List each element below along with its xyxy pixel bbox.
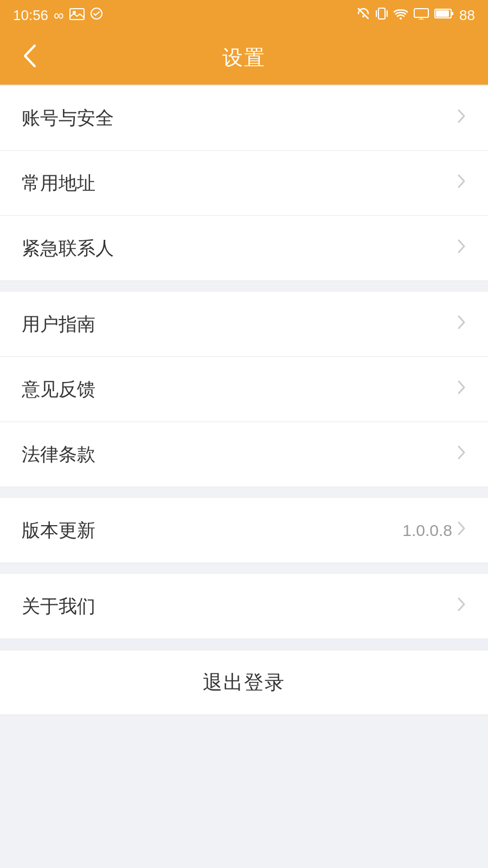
signal-off-icon (356, 7, 370, 24)
settings-list: 账号与安全 常用地址 紧急联系人 用户指南 意见反馈 法律条款 版本更新1.0.… (0, 86, 488, 639)
settings-item-label-account-security: 账号与安全 (22, 106, 114, 131)
chevron-right-icon (457, 173, 466, 193)
settings-item-feedback[interactable]: 意见反馈 (0, 357, 488, 422)
logout-section: 退出登录 (0, 639, 488, 715)
section-gap (0, 281, 488, 292)
settings-item-right-emergency-contact (457, 238, 466, 258)
nav-bar: 设置 (0, 30, 488, 85)
settings-item-common-address[interactable]: 常用地址 (0, 151, 488, 216)
settings-item-version-update[interactable]: 版本更新1.0.0.8 (0, 498, 488, 563)
chevron-right-icon (457, 596, 466, 616)
svg-rect-13 (436, 10, 449, 17)
svg-rect-0 (70, 9, 84, 20)
chevron-right-icon (457, 314, 466, 334)
settings-item-label-user-guide: 用户指南 (22, 312, 95, 337)
svg-rect-14 (451, 12, 453, 15)
settings-item-account-security[interactable]: 账号与安全 (0, 86, 488, 151)
settings-item-right-legal-terms (457, 444, 466, 464)
section-gap (0, 487, 488, 498)
status-right: 88 (356, 7, 475, 24)
time-display: 10:56 (13, 7, 48, 24)
settings-item-right-feedback (457, 379, 466, 399)
battery-level: 88 (459, 7, 475, 24)
settings-item-label-legal-terms: 法律条款 (22, 442, 95, 467)
section-gap (0, 563, 488, 574)
settings-item-label-common-address: 常用地址 (22, 171, 95, 196)
settings-item-label-about-us: 关于我们 (22, 594, 95, 619)
settings-item-emergency-contact[interactable]: 紧急联系人 (0, 216, 488, 281)
settings-item-label-feedback: 意见反馈 (22, 377, 95, 402)
svg-rect-9 (414, 9, 428, 17)
infinity-icon: ∞ (54, 7, 64, 24)
back-button[interactable] (16, 38, 42, 78)
chevron-right-icon (457, 108, 466, 128)
svg-rect-5 (378, 8, 385, 19)
version-text-version-update: 1.0.0.8 (402, 521, 452, 540)
screen-icon (414, 8, 429, 23)
battery-icon (434, 8, 454, 22)
settings-item-about-us[interactable]: 关于我们 (0, 574, 488, 639)
wifi-icon (393, 8, 408, 23)
image-icon (69, 7, 85, 24)
settings-item-label-emergency-contact: 紧急联系人 (22, 236, 114, 261)
logout-label: 退出登录 (203, 669, 285, 696)
chevron-right-icon (457, 520, 466, 540)
status-left: 10:56 ∞ (13, 7, 103, 24)
chevron-right-icon (457, 238, 466, 258)
settings-item-right-user-guide (457, 314, 466, 334)
chevron-right-icon (457, 444, 466, 464)
svg-point-4 (362, 15, 364, 17)
settings-item-right-about-us (457, 596, 466, 616)
settings-item-label-version-update: 版本更新 (22, 518, 95, 543)
vibrate-icon (376, 7, 388, 24)
logout-button[interactable]: 退出登录 (0, 650, 488, 715)
chevron-right-icon (457, 379, 466, 399)
settings-item-legal-terms[interactable]: 法律条款 (0, 422, 488, 487)
settings-item-right-version-update: 1.0.0.8 (402, 520, 466, 540)
settings-item-right-account-security (457, 108, 466, 128)
svg-point-8 (400, 17, 402, 20)
settings-item-user-guide[interactable]: 用户指南 (0, 292, 488, 357)
status-bar: 10:56 ∞ (0, 0, 488, 30)
settings-item-right-common-address (457, 173, 466, 193)
checkmark-icon (90, 7, 103, 24)
page-title: 设置 (222, 44, 266, 72)
